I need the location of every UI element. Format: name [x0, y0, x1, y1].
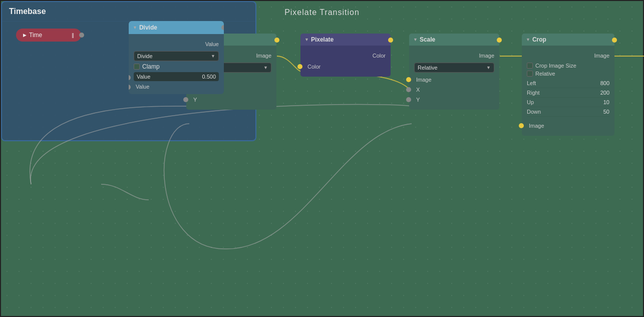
divide-value-out-label-row: Value [134, 83, 219, 90]
clamp-row[interactable]: Clamp [134, 63, 219, 70]
divide-value-out-socket [221, 25, 224, 30]
node-scale-2-title: Scale [420, 36, 435, 43]
scale1-y-in-socket [183, 97, 188, 102]
divide-value-label: Value [137, 74, 150, 80]
node-timebase-header: Timebase [2, 2, 255, 22]
pixelate-color-out-socket [388, 38, 393, 43]
node-crop-header: ▼ Crop [522, 34, 614, 46]
divide-dropdown[interactable]: Divide ▼ [134, 51, 219, 61]
scale2-dropdown[interactable]: Relative ▼ [414, 63, 494, 73]
crop-relative-checkbox-row[interactable]: Relative [527, 71, 609, 77]
crop-left-value[interactable]: 800 [600, 80, 609, 86]
scale1-image-out-socket [274, 38, 279, 43]
node-time[interactable]: ▶ Time ‖ [16, 29, 81, 42]
crop-down-row: Down 50 [527, 107, 609, 117]
node-timebase: Timebase ▶ Time ‖ ▼ Divide [1, 1, 256, 141]
crop-relative-label: Relative [535, 71, 555, 77]
time-pill-left: ▶ Time [23, 32, 42, 39]
page-title: Pixelate Transition [284, 8, 360, 17]
crop-down-label: Down [527, 109, 541, 115]
crop-image-size-label: Crop Image Size [535, 63, 576, 69]
crop-up-value[interactable]: 10 [603, 99, 609, 105]
node-crop[interactable]: ▼ Crop Image Crop Image Size Relative Le… [522, 34, 614, 136]
node-divide-title: Divide [139, 24, 157, 31]
crop-down-value[interactable]: 50 [603, 109, 609, 115]
divide-value-field-row: Value 0.500 [134, 72, 219, 81]
crop-image-out-row: Image [527, 52, 609, 60]
scale2-x-in-socket [406, 87, 411, 92]
crop-left-row: Left 800 [527, 79, 609, 88]
scale2-image-in-row: Image [414, 76, 494, 84]
time-out-socket [79, 33, 84, 38]
scale2-image-in-socket [406, 77, 411, 82]
crop-image-out-socket [612, 38, 617, 43]
divide-value2-socket [129, 85, 131, 90]
scale2-x-in-row: X [414, 86, 494, 94]
crop-up-row: Up 10 [527, 98, 609, 107]
divide-value-out-row: Value [134, 40, 219, 48]
node-pixelate-header: ▼ Pixelate [300, 34, 391, 46]
scale2-image-out-socket [497, 38, 502, 43]
collapse-icon[interactable]: ▼ [413, 37, 418, 42]
node-scale-2[interactable]: ▼ Scale Image Relative ▼ Image X Y [409, 34, 499, 110]
pixelate-color-in-row: Color [305, 63, 386, 71]
crop-right-value[interactable]: 200 [600, 90, 609, 96]
crop-image-in-row: Image [527, 122, 609, 130]
divide-value-out-label: Value [136, 84, 149, 90]
node-pixelate[interactable]: ▼ Pixelate Color Color [300, 34, 391, 77]
clamp-label: Clamp [142, 63, 160, 70]
clamp-checkbox[interactable] [134, 64, 140, 70]
pause-icon: ‖ [72, 33, 74, 38]
node-pixelate-body: Color Color [300, 46, 391, 77]
node-crop-title: Crop [532, 36, 546, 43]
crop-up-label: Up [527, 99, 534, 105]
play-icon: ▶ [23, 33, 27, 38]
divide-value-in-socket [129, 75, 131, 80]
divide-value-val: 0.500 [202, 74, 216, 80]
crop-relative-checkbox[interactable] [527, 71, 533, 77]
crop-right-row: Right 200 [527, 88, 609, 98]
crop-image-in-socket [519, 123, 524, 128]
crop-left-label: Left [527, 80, 536, 86]
time-pill[interactable]: ▶ Time ‖ [16, 29, 81, 42]
dropdown-arrow-icon: ▼ [211, 54, 215, 59]
crop-image-size-checkbox-row[interactable]: Crop Image Size [527, 63, 609, 69]
scale2-image-out-row: Image [414, 52, 494, 60]
collapse-icon[interactable]: ▼ [526, 37, 530, 42]
node-scale-2-body: Image Relative ▼ Image X Y [409, 46, 499, 110]
node-scale-2-header: ▼ Scale [409, 34, 499, 46]
crop-image-size-checkbox[interactable] [527, 63, 533, 69]
node-divide-header: ▼ Divide [129, 21, 224, 34]
node-divide[interactable]: ▼ Divide Value Divide ▼ Clamp [129, 21, 224, 94]
node-crop-body: Image Crop Image Size Relative Left 800 … [522, 46, 614, 136]
node-editor-canvas: Pixelate Transition ▼ Scale Image Relati… [0, 0, 644, 317]
scale2-y-in-socket [406, 97, 411, 102]
crop-right-label: Right [527, 90, 540, 96]
scale2-y-in-row: Y [414, 96, 494, 104]
collapse-icon[interactable]: ▼ [133, 25, 137, 30]
pixelate-color-out-row: Color [305, 52, 386, 60]
dropdown-arrow-icon: ▼ [263, 65, 268, 70]
node-timebase-title: Timebase [9, 7, 46, 16]
pixelate-color-in-socket [297, 64, 302, 69]
dropdown-arrow-icon: ▼ [486, 65, 491, 70]
divide-value-field[interactable]: Value 0.500 [134, 72, 219, 81]
scale1-y-in-row: Y [191, 96, 271, 104]
collapse-icon[interactable]: ▼ [304, 37, 309, 42]
node-pixelate-title: Pixelate [311, 36, 334, 43]
time-label: Time [29, 32, 42, 39]
node-divide-body: Value Divide ▼ Clamp Value 0.500 [129, 34, 224, 94]
